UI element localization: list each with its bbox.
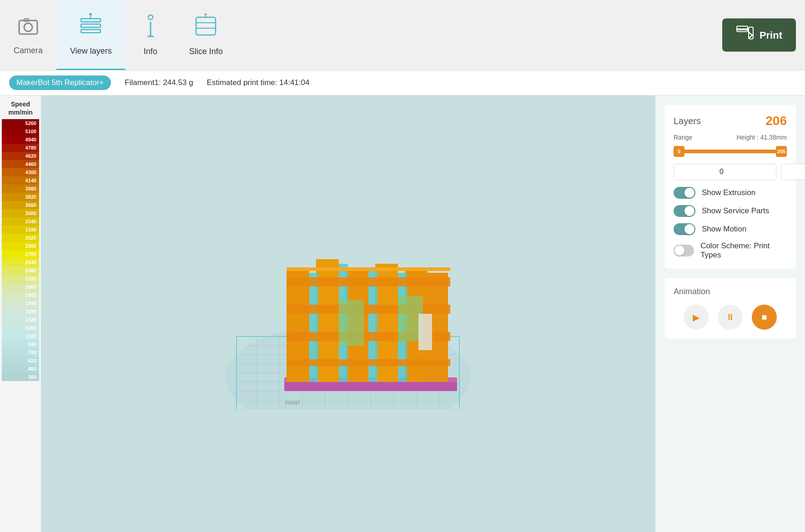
speed-entry: 3500 (2, 209, 39, 217)
speed-entry: 2540 (2, 258, 39, 266)
svg-rect-56 (418, 314, 432, 350)
print-button[interactable]: Print (722, 19, 796, 52)
svg-rect-55 (339, 300, 364, 346)
show-motion-row: Show Motion (674, 223, 787, 235)
svg-rect-3 (81, 19, 101, 22)
pause-button[interactable]: ⏸ (718, 305, 743, 330)
speed-entry: 1260 (2, 324, 39, 332)
print-time-label: Estimated print time: (207, 78, 277, 87)
speed-entry: 1420 (2, 316, 39, 324)
show-service-parts-row: Show Service Parts (674, 205, 787, 217)
show-extrusion-toggle[interactable] (674, 187, 695, 199)
speed-entry: 1580 (2, 307, 39, 316)
svg-rect-57 (287, 267, 450, 271)
nav-camera[interactable]: Camera (0, 0, 56, 70)
show-extrusion-label: Show Extrusion (702, 188, 755, 197)
color-scheme-row: Color Scheme: Print Types (674, 241, 787, 260)
range-header: Range Height : 41.38mm (674, 134, 787, 141)
speed-entry: 2860 (2, 242, 39, 250)
speed-entry: 4620 (2, 152, 39, 160)
speed-entry: 2060 (2, 283, 39, 291)
nav-view-layers-label: View layers (70, 46, 112, 56)
height-value: 41.38mm (760, 134, 787, 141)
slider-thumb-min[interactable]: 0 (674, 146, 684, 157)
play-icon: ▶ (693, 312, 699, 323)
speed-entry: 940 (2, 340, 39, 348)
speed-entry: 4780 (2, 144, 39, 152)
info-icon (139, 14, 162, 43)
speed-entry: 1740 (2, 299, 39, 307)
speed-entry: 780 (2, 348, 39, 356)
speed-entry: 4460 (2, 160, 39, 168)
speed-entry: 5260 (2, 119, 39, 127)
speed-legend: Speed mm/min 526051004940478046204460430… (0, 95, 41, 532)
show-motion-toggle[interactable] (674, 223, 695, 235)
color-scheme-toggle[interactable] (674, 245, 694, 256)
print-time-value: 14:41:04 (279, 78, 309, 87)
range-max-input[interactable] (781, 164, 805, 180)
layers-label: Layers (674, 116, 701, 126)
speed-entry: 1100 (2, 332, 39, 340)
speed-entry: 3180 (2, 226, 39, 234)
speed-entry: 1900 (2, 291, 39, 299)
filament-label: Filament1: (125, 78, 161, 87)
thumb-max-value: 205 (777, 149, 785, 154)
range-section: Range Height : 41.38mm 0 205 (674, 134, 787, 180)
nav-info[interactable]: Info (126, 0, 176, 70)
svg-rect-11 (196, 17, 216, 35)
svg-rect-51 (287, 305, 450, 314)
range-inputs (674, 164, 787, 180)
top-nav-bar: Camera View layers Info (0, 0, 805, 70)
animation-controls: ▶ ⏸ ■ (674, 305, 787, 330)
svg-rect-5 (81, 30, 101, 33)
view-layers-icon (78, 13, 103, 43)
speed-entry: 460 (2, 365, 39, 373)
range-min-input[interactable] (674, 164, 776, 180)
toggle-knob (684, 206, 694, 216)
svg-point-7 (89, 13, 92, 15)
layers-count: 206 (765, 114, 787, 128)
nav-camera-label: Camera (14, 46, 43, 55)
layers-section: Layers 206 Range Height : 41.38mm 0 (664, 105, 796, 269)
speed-entry: 2380 (2, 266, 39, 275)
toggle-knob (674, 246, 684, 256)
slider-track (674, 150, 787, 153)
layer-range-slider[interactable]: 0 205 (674, 145, 787, 158)
slider-thumb-max[interactable]: 205 (776, 146, 787, 157)
print-icon (736, 25, 754, 45)
svg-text:PRINT: PRINT (285, 400, 300, 406)
main-content: Speed mm/min 526051004940478046204460430… (0, 95, 805, 532)
speed-entry: 3340 (2, 217, 39, 226)
info-bar: MakerBot 5th Replicator+ Filament1: 244.… (0, 70, 805, 95)
print-label: Print (760, 29, 782, 41)
right-panel: Layers 206 Range Height : 41.38mm 0 (655, 95, 805, 532)
speed-entry: 3660 (2, 201, 39, 209)
speed-entry: 3980 (2, 185, 39, 193)
pause-icon: ⏸ (726, 312, 735, 322)
show-service-parts-label: Show Service Parts (702, 206, 769, 216)
animation-label: Animation (674, 287, 787, 296)
filament-value: 244.53 g (163, 78, 193, 87)
svg-rect-4 (81, 24, 101, 27)
nav-slice-info-label: Slice Info (189, 47, 223, 56)
speed-legend-title: Speed mm/min (8, 100, 33, 116)
nav-slice-info[interactable]: Slice Info (176, 0, 236, 70)
stop-button[interactable]: ■ (752, 305, 777, 330)
play-button[interactable]: ▶ (684, 305, 709, 330)
layers-header: Layers 206 (674, 114, 787, 128)
show-extrusion-row: Show Extrusion (674, 187, 787, 199)
printer-name: MakerBot 5th Replicator+ (9, 75, 111, 90)
speed-entry: 5100 (2, 127, 39, 136)
range-label: Range (674, 134, 692, 141)
speed-entry: 4940 (2, 136, 39, 144)
color-scheme-label: Color Scheme: Print Types (700, 241, 787, 260)
show-service-parts-toggle[interactable] (674, 205, 695, 217)
filament-info: Filament1: 244.53 g (125, 78, 193, 87)
nav-view-layers[interactable]: View layers (56, 0, 126, 70)
height-label: Height : (737, 134, 759, 141)
3d-viewport[interactable]: PRINT (41, 95, 655, 532)
speed-entry: 4140 (2, 176, 39, 185)
speed-entry: 2220 (2, 275, 39, 283)
speed-entry: 4300 (2, 168, 39, 176)
speed-entries: 5260510049404780462044604300414039803820… (2, 119, 39, 381)
